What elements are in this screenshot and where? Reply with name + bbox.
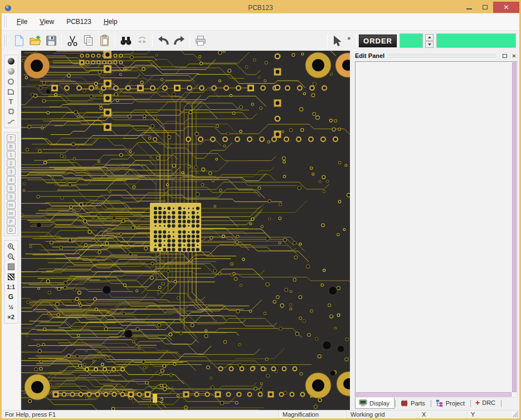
menu-pcb123[interactable]: PCB123 <box>60 15 98 28</box>
vertical-scrollbar[interactable] <box>512 62 517 392</box>
paste-button[interactable] <box>96 33 113 49</box>
zoom-1to1-button[interactable]: 1:1 <box>5 282 17 292</box>
toolbar-separator <box>356 34 357 47</box>
light-pad-tool[interactable] <box>5 66 17 76</box>
zoom-in-icon <box>7 243 15 251</box>
hatch-fill-button[interactable] <box>5 272 17 282</box>
tab-drc[interactable]: + DRC <box>471 397 500 409</box>
resize-grip[interactable] <box>512 411 519 418</box>
status-y-coordinate: Y <box>468 411 512 418</box>
select-arrow-icon <box>332 35 344 47</box>
zoom-double-button[interactable]: ×2 <box>5 312 17 322</box>
toolbar-separator <box>61 34 62 47</box>
zoom-out-button[interactable] <box>5 252 17 262</box>
cut-button[interactable] <box>64 33 80 49</box>
mask-top-button[interactable]: m <box>7 201 16 209</box>
silk-bottom-button[interactable]: S <box>7 193 16 201</box>
layer-2-button[interactable]: 2 <box>7 159 16 167</box>
edit-panel-close-button[interactable]: ✕ <box>510 52 518 60</box>
edit-panel-content[interactable] <box>355 61 518 398</box>
toolbar-grip[interactable] <box>4 35 7 47</box>
silk-top-button[interactable]: S <box>7 184 16 192</box>
tab-drc-label: DRC <box>482 399 495 406</box>
menu-help[interactable]: Help <box>98 15 124 28</box>
tab-parts[interactable]: Parts <box>396 398 430 409</box>
edit-panel-grip[interactable] <box>388 54 496 59</box>
status-field[interactable] <box>436 33 516 48</box>
find-button[interactable] <box>118 33 134 49</box>
filled-pad-icon <box>8 58 14 65</box>
layer-4-button[interactable]: 4 <box>7 176 16 184</box>
minimize-button[interactable] <box>461 2 477 13</box>
print-button[interactable] <box>192 33 208 49</box>
tab-display-label: Display <box>369 400 389 407</box>
toolbar-overflow-chevron[interactable]: » <box>347 35 350 41</box>
new-button[interactable] <box>11 33 27 49</box>
edit-panel-header: Edit Panel ✕ <box>353 51 519 60</box>
circle-tool[interactable] <box>5 76 17 86</box>
menu-bar: File View PCB123 Help <box>2 13 519 31</box>
menu-view[interactable]: View <box>33 15 60 28</box>
toolbar: » ORDER <box>2 31 519 51</box>
drill-layer-button[interactable]: D <box>7 226 16 234</box>
zoom-tool-group: 1:1 G ½ ×2 <box>4 240 18 324</box>
layer-1-button[interactable]: 1 <box>7 151 16 159</box>
select-button[interactable] <box>330 33 346 49</box>
light-pad-icon <box>8 68 14 75</box>
value-spinner <box>425 34 434 48</box>
save-icon <box>45 35 57 47</box>
copy-button[interactable] <box>80 33 96 49</box>
paste-layer-button[interactable]: P <box>7 218 16 226</box>
close-button[interactable]: ✕ <box>493 2 519 13</box>
edit-panel-float-button[interactable] <box>500 52 509 60</box>
tab-project[interactable]: Project <box>432 398 470 409</box>
up-arrow-icon <box>428 36 431 38</box>
polygon-icon <box>7 88 14 95</box>
tab-parts-label: Parts <box>411 400 425 407</box>
save-button[interactable] <box>43 33 59 49</box>
trace-tool[interactable] <box>5 116 17 126</box>
trace-icon <box>7 118 15 125</box>
paste-icon <box>99 35 111 47</box>
color-swatch[interactable] <box>400 33 423 48</box>
redo-button[interactable] <box>171 33 187 49</box>
tab-separator <box>501 400 501 407</box>
menu-file[interactable]: File <box>11 15 33 28</box>
edit-panel-tabbar: Display Parts <box>355 398 502 409</box>
layer-button-group: T B 1 2 3 4 S S m m P D <box>4 132 18 236</box>
toolbar-separator <box>115 34 115 47</box>
main-area: T T B 1 2 3 4 <box>2 51 519 410</box>
project-icon <box>436 399 444 407</box>
footprint-tool[interactable] <box>5 106 17 116</box>
menubar-grip[interactable] <box>4 16 7 28</box>
zoom-half-button[interactable]: ½ <box>5 302 17 312</box>
edit-panel: Edit Panel ✕ Display <box>353 51 519 410</box>
new-document-icon <box>13 35 25 47</box>
pcb-board-render: 2 <box>21 51 350 410</box>
filled-pad-tool[interactable] <box>5 56 17 66</box>
order-button[interactable]: ORDER <box>359 35 397 47</box>
find-binoculars-icon <box>119 34 133 47</box>
pcb-canvas[interactable]: 2 <box>21 51 350 410</box>
spinner-down-button[interactable] <box>425 41 434 48</box>
horizontal-scrollbar[interactable] <box>356 392 512 397</box>
spinner-up-button[interactable] <box>425 34 434 41</box>
undo-button[interactable] <box>155 33 171 49</box>
layer-3-button[interactable]: 3 <box>7 168 16 175</box>
polygon-tool[interactable] <box>5 86 17 96</box>
open-folder-icon <box>29 35 41 47</box>
mask-bottom-button[interactable]: m <box>7 209 16 217</box>
status-bar: For Help, press F1 Magnification Working… <box>2 410 519 418</box>
grid-button[interactable]: G <box>5 292 17 302</box>
tab-display[interactable]: Display <box>355 398 395 409</box>
zoom-in-button[interactable] <box>5 242 17 252</box>
layer-bottom-button[interactable]: B <box>7 143 16 150</box>
shove-button[interactable] <box>134 33 150 49</box>
open-button[interactable] <box>27 33 43 49</box>
draw-tool-group: T <box>4 55 18 128</box>
layer-top-button[interactable]: T <box>7 134 16 142</box>
text-tool[interactable]: T <box>5 96 17 106</box>
display-icon <box>359 399 367 407</box>
maximize-button[interactable] <box>477 2 493 13</box>
solid-fill-button[interactable] <box>5 262 17 272</box>
